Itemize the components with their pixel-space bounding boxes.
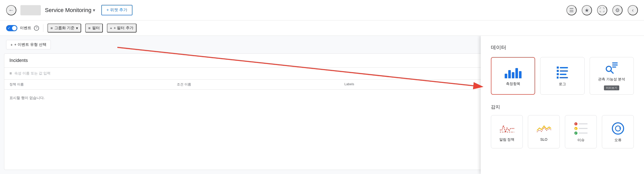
data-widgets-grid: 측정항목	[491, 57, 634, 95]
incidents-table-header: 정책 이름 조건 이름 Labels 미해결 ↓	[4, 80, 542, 90]
filter-row-icon: ≡	[9, 71, 12, 76]
incidents-header: Incidents	[4, 54, 542, 68]
alert-policy-label: 알림 정책	[499, 137, 515, 142]
left-panel: + + 이벤트 유형 선택 Incidents ≡ 속성 이름 또는 값 입력 …	[0, 36, 547, 174]
alert-wave-svg	[500, 123, 514, 134]
metrics-label: 측정항목	[506, 81, 520, 86]
svg-line-2	[611, 71, 613, 73]
main-toolbar: ← Service Monitoring ▾ + 위젯 추가 ☰ ★ ⛶ ⚙ ‹	[0, 0, 644, 20]
incidents-empty-message: 표시할 행이 없습니다.	[4, 90, 542, 106]
toolbar-divider-1	[43, 24, 43, 32]
filter-label: 필터	[92, 26, 100, 30]
widget-item-slo[interactable]: SLO	[528, 115, 560, 148]
group-by-icon: ≡	[51, 26, 53, 30]
col-condition-name: 조건 이름	[177, 82, 344, 87]
event-type-label: + 이벤트 유형 선택	[14, 42, 46, 47]
add-widget-button[interactable]: + 위젯 추가	[101, 5, 132, 15]
app-logo	[20, 5, 41, 15]
incidents-panel: Incidents ≡ 속성 이름 또는 값 입력 ? 정책 이름 조건 이름 …	[4, 53, 543, 170]
preview-badge: 미리보기	[604, 85, 619, 90]
toggle-check-icon: ✓	[8, 26, 10, 30]
widget-panel: 데이터 측정항목	[481, 36, 644, 174]
add-filter-button[interactable]: + + 필터 추가	[107, 24, 137, 32]
issue-label: 이슈	[577, 138, 585, 142]
sub-toolbar: ✓ 이벤트 ? ≡ 그룹화 기준 ▾ ≡ 필터 + + 필터 추가	[0, 20, 644, 36]
app-title: Service Monitoring ▾	[45, 7, 95, 14]
add-widget-label: + 위젯 추가	[106, 7, 127, 13]
notifications-icon[interactable]: ☰	[566, 5, 577, 15]
filter-icon: ≡	[88, 26, 91, 30]
issue-icon: ! ▲ ✓	[574, 122, 588, 135]
add-filter-label: + 필터 추가	[114, 26, 133, 30]
alert-policy-icon	[500, 123, 514, 134]
fullscreen-icon[interactable]: ⛶	[597, 5, 607, 15]
slo-wave-svg	[537, 123, 551, 134]
data-section-title: 데이터	[491, 44, 634, 51]
event-type-select-button[interactable]: + + 이벤트 유형 선택	[6, 40, 51, 49]
widget-item-observability[interactable]: 관측 가능성 분석 미리보기	[590, 57, 634, 95]
back-arrow-icon: ←	[8, 7, 14, 14]
widget-item-alert-policy[interactable]: 알림 정책	[491, 115, 523, 148]
toolbar-icons: ☰ ★ ⛶ ⚙ ‹	[566, 5, 638, 15]
main-content: + + 이벤트 유형 선택 Incidents ≡ 속성 이름 또는 값 입력 …	[0, 36, 644, 174]
event-type-bar: + + 이벤트 유형 선택	[0, 36, 547, 53]
observability-label: 관측 가능성 분석	[598, 77, 625, 81]
observability-icon	[605, 62, 618, 74]
events-toggle-container: ✓ 이벤트 ?	[6, 25, 39, 31]
widget-item-logs[interactable]: 로그	[540, 57, 584, 95]
logs-label: 로그	[559, 82, 566, 86]
filter-button[interactable]: ≡ 필터	[85, 24, 103, 32]
slo-label: SLO	[540, 137, 547, 142]
group-by-label: 그룹화 기준	[54, 26, 75, 30]
events-toggle[interactable]: ✓	[6, 25, 17, 31]
widget-item-issue[interactable]: ! ▲ ✓ 이슈	[565, 115, 597, 148]
back-button[interactable]: ←	[6, 5, 16, 15]
collapse-icon[interactable]: ‹	[628, 5, 638, 15]
search-icon-svg	[605, 66, 614, 74]
col-policy-name: 정책 이름	[9, 82, 177, 87]
filter-row-placeholder[interactable]: 속성 이름 또는 값 입력	[14, 71, 51, 76]
event-type-plus-icon: +	[10, 42, 13, 47]
events-help-icon[interactable]: ?	[34, 26, 39, 31]
error-refresh-svg	[614, 125, 622, 132]
events-label: 이벤트	[20, 26, 31, 30]
add-filter-plus-icon: +	[110, 26, 112, 30]
app-title-dropdown-arrow[interactable]: ▾	[93, 7, 95, 13]
settings-icon[interactable]: ⚙	[612, 5, 623, 15]
slo-icon	[537, 123, 551, 134]
detect-widgets-grid: 알림 정책 SLO !	[491, 115, 634, 148]
group-by-dropdown-icon: ▾	[76, 26, 78, 30]
error-icon	[612, 122, 624, 135]
widget-item-metrics[interactable]: 측정항목	[491, 57, 535, 95]
log-icon	[557, 67, 568, 79]
incidents-filter-row: ≡ 속성 이름 또는 값 입력 ?	[4, 68, 542, 80]
widget-item-error[interactable]: 오류	[602, 115, 634, 148]
favorites-icon[interactable]: ★	[582, 5, 592, 15]
bar-chart-icon	[505, 67, 522, 78]
detect-section-title: 감지	[491, 104, 634, 110]
app-title-text: Service Monitoring	[45, 7, 91, 14]
group-by-button[interactable]: ≡ 그룹화 기준 ▾	[47, 24, 81, 32]
error-label: 오류	[614, 138, 622, 142]
